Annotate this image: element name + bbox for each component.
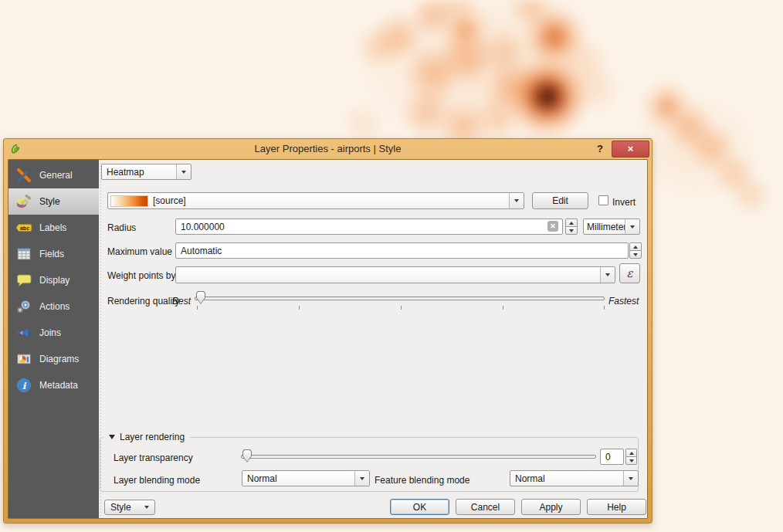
- join-arrow-icon: [15, 324, 32, 341]
- ok-button[interactable]: OK: [390, 499, 449, 515]
- diagram-icon: [15, 351, 32, 368]
- layer-rendering-header[interactable]: Layer rendering: [103, 432, 190, 442]
- invert-label: Invert: [612, 197, 636, 208]
- slider-tick: [503, 306, 503, 310]
- rendering-quality-label: Rendering quality: [107, 296, 179, 307]
- spin-down-icon[interactable]: [629, 250, 642, 259]
- layer-blending-label: Layer blending mode: [114, 475, 200, 486]
- spin-up-icon[interactable]: [565, 219, 578, 226]
- sidebar-item-actions[interactable]: Actions: [8, 293, 99, 320]
- slider-tick: [197, 306, 198, 310]
- fastest-label: Fastest: [608, 296, 639, 307]
- sidebar-item-display[interactable]: Display: [8, 267, 99, 293]
- radius-label: Radius: [107, 222, 136, 233]
- chevron-down-icon: [623, 471, 638, 486]
- weight-points-label: Weight points by: [107, 270, 176, 281]
- sidebar-item-labels[interactable]: abc Labels: [8, 215, 99, 241]
- best-label: Best: [172, 296, 191, 307]
- svg-text:abc: abc: [20, 225, 29, 231]
- sidebar-item-fields[interactable]: Fields: [8, 241, 99, 267]
- close-button[interactable]: ×: [612, 141, 649, 158]
- layer-transparency-spinner[interactable]: [625, 449, 637, 465]
- color-ramp-swatch: [110, 195, 148, 207]
- radius-unit-select[interactable]: Millimeter: [583, 219, 640, 235]
- layer-transparency-label: Layer transparency: [114, 452, 193, 463]
- chevron-down-icon: [354, 471, 369, 486]
- cancel-button[interactable]: Cancel: [456, 499, 515, 515]
- gears-icon: [15, 298, 32, 315]
- window-title: Layer Properties - airports | Style: [4, 143, 652, 154]
- sidebar-item-label: General: [39, 170, 73, 181]
- sidebar-item-label: Fields: [39, 249, 64, 259]
- sidebar-item-label: Diagrams: [39, 354, 79, 364]
- sidebar: General Style abc Labels: [8, 160, 99, 518]
- sidebar-item-label: Metadata: [39, 380, 78, 391]
- sidebar-item-label: Joins: [39, 327, 61, 338]
- speech-bubble-icon: [15, 272, 32, 289]
- sidebar-item-diagrams[interactable]: Diagrams: [8, 346, 99, 372]
- table-icon: [15, 246, 32, 263]
- expression-builder-button[interactable]: ε: [619, 263, 640, 283]
- spin-up-icon[interactable]: [625, 449, 637, 456]
- sidebar-item-label: Style: [39, 196, 60, 207]
- help-titlebar-button[interactable]: ?: [593, 142, 607, 156]
- dialog-content: General Style abc Labels: [8, 159, 648, 519]
- chevron-down-icon: [625, 219, 639, 234]
- spin-down-icon[interactable]: [625, 456, 637, 465]
- spin-up-icon[interactable]: [629, 242, 642, 250]
- sidebar-item-label: Display: [39, 275, 69, 286]
- layer-rendering-title: Layer rendering: [120, 432, 185, 442]
- feature-blending-label: Feature blending mode: [375, 475, 469, 486]
- apply-button[interactable]: Apply: [521, 499, 581, 515]
- slider-tick: [604, 306, 605, 310]
- layer-transparency-handle[interactable]: [242, 449, 252, 463]
- maximum-value-label: Maximum value: [107, 246, 172, 257]
- slider-tick: [401, 306, 402, 310]
- sidebar-item-general[interactable]: General: [8, 162, 99, 188]
- style-menu-button[interactable]: Style: [104, 500, 155, 515]
- maximum-value-input[interactable]: [175, 242, 629, 259]
- spin-down-icon[interactable]: [565, 226, 578, 235]
- sidebar-item-metadata[interactable]: i Metadata: [8, 372, 99, 398]
- slider-tick: [299, 306, 300, 310]
- abc-tag-icon: abc: [15, 219, 32, 236]
- sidebar-item-joins[interactable]: Joins: [8, 320, 99, 346]
- layer-blending-select[interactable]: Normal: [242, 470, 370, 486]
- help-button[interactable]: Help: [587, 499, 646, 515]
- chevron-down-icon: [509, 193, 524, 208]
- maximum-value-spinner[interactable]: [629, 242, 642, 259]
- layer-properties-dialog: Layer Properties - airports | Style ? × …: [3, 138, 652, 524]
- renderer-select[interactable]: Heatmap: [101, 164, 192, 180]
- titlebar[interactable]: Layer Properties - airports | Style ? ×: [4, 139, 652, 159]
- chevron-down-icon: [600, 267, 615, 283]
- collapse-arrow-icon[interactable]: [109, 435, 115, 439]
- chevron-down-icon: [176, 164, 191, 179]
- sidebar-item-label: Actions: [39, 301, 69, 312]
- sidebar-item-style[interactable]: Style: [8, 188, 99, 215]
- chevron-down-icon: [144, 506, 149, 509]
- radius-input[interactable]: [175, 219, 563, 235]
- invert-checkbox[interactable]: [598, 195, 608, 205]
- rendering-quality-handle[interactable]: [196, 291, 205, 304]
- layer-transparency-slider[interactable]: [241, 455, 596, 459]
- rendering-quality-slider[interactable]: [195, 296, 605, 300]
- clear-field-icon[interactable]: ✕: [547, 221, 558, 232]
- layer-transparency-input[interactable]: [600, 449, 624, 465]
- paintbrush-icon: [15, 193, 32, 210]
- info-icon: i: [15, 377, 32, 394]
- sidebar-item-label: Labels: [39, 222, 66, 233]
- color-ramp-select[interactable]: [source]: [107, 192, 524, 209]
- weight-points-select[interactable]: [175, 266, 615, 283]
- tools-icon: [15, 167, 32, 184]
- feature-blending-select[interactable]: Normal: [510, 470, 639, 486]
- radius-spinner[interactable]: [565, 219, 578, 235]
- edit-ramp-button[interactable]: Edit: [532, 192, 588, 209]
